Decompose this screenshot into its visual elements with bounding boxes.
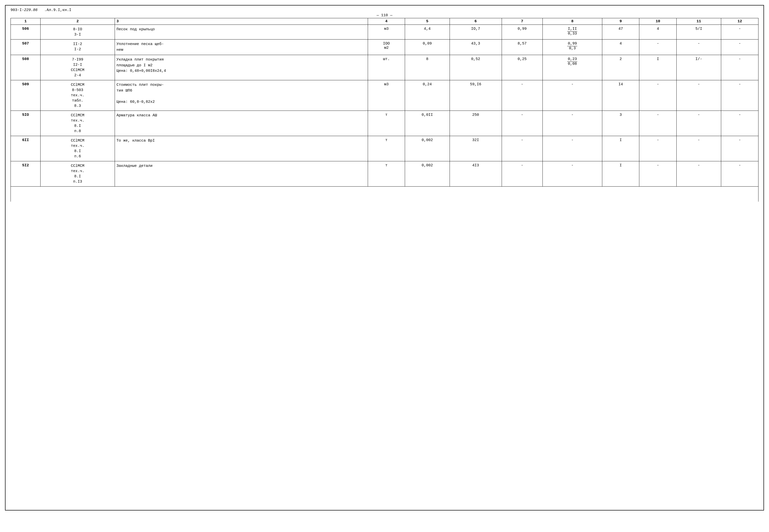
row-611-col9: I (602, 136, 639, 161)
fraction-506-den: 0,33 (567, 32, 577, 36)
row-507-ref: II-2I-2 (40, 40, 115, 55)
row-611-col8: - (543, 136, 602, 161)
row-508-col5: 8 (405, 55, 450, 80)
row-506-col11: 5/I (676, 25, 721, 40)
col-header-5: 5 (405, 18, 450, 25)
row-512-col11: - (676, 161, 721, 187)
row-509-col6: 59,I6 (450, 80, 502, 111)
row-611-col12: - (721, 136, 758, 161)
row-507-col11: - (676, 40, 721, 55)
row-510-unit: т (368, 111, 405, 136)
row-506-col9: 47 (602, 25, 639, 40)
fraction-508-den: 0,08 (567, 62, 577, 66)
row-611-col10: - (639, 136, 677, 161)
row-508-col7: 0,25 (502, 55, 542, 80)
col-header-1: 1 (11, 18, 41, 25)
row-509-col5: 0,24 (405, 80, 450, 111)
row-611-col6: 32I (450, 136, 502, 161)
row-508-num: 508 (11, 55, 41, 80)
col-header-3: 3 (115, 18, 368, 25)
row-509-unit: м3 (368, 80, 405, 111)
row-506-desc: Песок под крыльцо (115, 25, 368, 40)
row-507-col10: - (639, 40, 677, 55)
row-510-col9: 3 (602, 111, 639, 136)
row-510-col7: - (502, 111, 542, 136)
row-509-col11: - (676, 80, 721, 111)
row-512-col9: I (602, 161, 639, 187)
table-row: 506 8-IO3-I Песок под крыльцо м3 4,4 IO,… (11, 25, 758, 40)
row-506-col12: - (721, 25, 758, 40)
col-header-4: 4 (368, 18, 405, 25)
row-509-col10: - (639, 80, 677, 111)
row-506-col5: 4,4 (405, 25, 450, 40)
row-509-desc: Стоимость плит покры-тия ШП6Цена: 60,8-0… (115, 80, 368, 111)
row-512-col8: - (543, 161, 602, 187)
row-509-ref: ССlМСМ8-503тех.ч.табл.8.3 (40, 80, 115, 111)
row-512-col6: 4I3 (450, 161, 502, 187)
row-508-col8: 0,23 0,08 (543, 55, 602, 80)
row-611-ref: ССlМСМтех.ч.8.Iп.6 (40, 136, 115, 161)
row-506-num: 506 (11, 25, 41, 40)
row-509-col9: I4 (602, 80, 639, 111)
row-510-col12: - (721, 111, 758, 136)
row-512-ref: ССlМСМтех.ч.8.Iп.I3 (40, 161, 115, 187)
fraction-507-den: 0,3 (568, 46, 576, 51)
row-611-num: 6II (11, 136, 41, 161)
col-header-11: 11 (676, 18, 721, 25)
doc-id: 903-I-229.86 .Ал.9.I,кн.I (11, 8, 71, 12)
row-509-num: 509 (11, 80, 41, 111)
fraction-507: 0,99 0,3 (567, 42, 577, 51)
main-table: 1 2 3 4 5 6 7 8 9 10 11 12 506 8-IO3-I П… (11, 18, 758, 202)
row-510-col5: 0,0II (405, 111, 450, 136)
row-507-desc: Уплотнение песка щеб-нем (115, 40, 368, 55)
table-row: 507 II-2I-2 Уплотнение песка щеб-нем IOO… (11, 40, 758, 55)
fraction-508-num: 0,23 (567, 57, 577, 62)
row-611-col11: - (676, 136, 721, 161)
page-container: 903-I-229.86 .Ал.9.I,кн.I — 110 — 1 2 3 … (5, 5, 764, 510)
row-506-col8: I,II 0,33 (543, 25, 602, 40)
header-row: 903-I-229.86 .Ал.9.I,кн.I (11, 8, 758, 12)
row-507-col12: - (721, 40, 758, 55)
row-510-col10: - (639, 111, 677, 136)
row-507-unit: IOOм2 (368, 40, 405, 55)
row-508-desc: Укладка плит покрытияплощадью до I м2Цен… (115, 55, 368, 80)
row-507-col6: 43,3 (450, 40, 502, 55)
row-506-col10: 4 (639, 25, 677, 40)
col-header-10: 10 (639, 18, 677, 25)
col-header-7: 7 (502, 18, 542, 25)
fraction-506: I,II 0,33 (567, 27, 577, 36)
col-header-6: 6 (450, 18, 502, 25)
row-510-num: 5IO (11, 111, 41, 136)
row-611-col5: 0,002 (405, 136, 450, 161)
row-509-col7: - (502, 80, 542, 111)
row-506-ref: 8-IO3-I (40, 25, 115, 40)
row-512-num: 5I2 (11, 161, 41, 187)
row-512-col7: - (502, 161, 542, 187)
row-507-col8: 0,99 0,3 (543, 40, 602, 55)
table-row: 509 ССlМСМ8-503тех.ч.табл.8.3 Стоимость … (11, 80, 758, 111)
row-510-col6: 250 (450, 111, 502, 136)
col-header-12: 12 (721, 18, 758, 25)
spacer-row (11, 187, 758, 202)
row-512-unit: т (368, 161, 405, 187)
row-611-col7: - (502, 136, 542, 161)
row-512-col12: - (721, 161, 758, 187)
row-506-unit: м3 (368, 25, 405, 40)
row-510-ref: ССlМСМтех.ч.8.Iп.8 (40, 111, 115, 136)
row-507-col5: 0,09 (405, 40, 450, 55)
row-508-col10: I (639, 55, 677, 80)
table-row: 5IO ССlМСМтех.ч.8.Iп.8 Арматура класса А… (11, 111, 758, 136)
row-507-col7: 8,57 (502, 40, 542, 55)
header-row-table: 1 2 3 4 5 6 7 8 9 10 11 12 (11, 18, 758, 25)
table-row: 508 7-I99I2-IССlМСМ2-4 Укладка плит покр… (11, 55, 758, 80)
fraction-508: 0,23 0,08 (567, 57, 577, 66)
row-509-col12: - (721, 80, 758, 111)
row-611-desc: То же, класса BpI (115, 136, 368, 161)
row-506-col7: 0,99 (502, 25, 542, 40)
row-508-col6: 0,52 (450, 55, 502, 80)
row-508-col9: 2 (602, 55, 639, 80)
table-row: 5I2 ССlМСМтех.ч.8.Iп.I3 Закладные детали… (11, 161, 758, 187)
row-508-ref: 7-I99I2-IССlМСМ2-4 (40, 55, 115, 80)
doc-id-text: 903-I-229.86 .Ал.9.I,кн.I (11, 8, 71, 12)
col-header-2: 2 (40, 18, 115, 25)
